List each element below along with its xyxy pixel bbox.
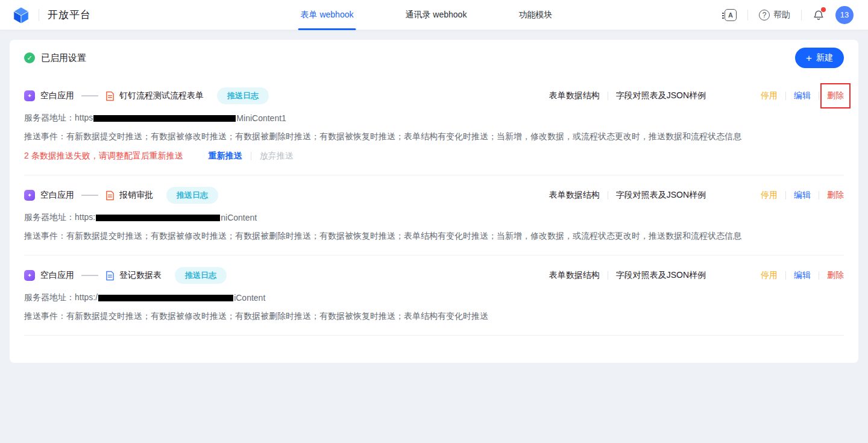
item-title-row: ✦ 空白应用 报销审批 推送日志 表单数据结构 字段对照表及JSON样例 停用 …	[24, 186, 844, 204]
app-name: 空白应用	[40, 90, 74, 101]
push-events-line: 推送事件：有新数据提交时推送；有数据被修改时推送；有数据被删除时推送；有数据被恢…	[24, 231, 844, 242]
push-log-badge[interactable]: 推送日志	[175, 267, 227, 284]
question-circle-icon: ?	[759, 10, 770, 20]
tab-form-webhook[interactable]: 表单 webhook	[301, 0, 354, 30]
field-mapping-link[interactable]: 字段对照表及JSON样例	[616, 190, 706, 201]
topbar-divider	[747, 10, 748, 20]
help-button[interactable]: ? 帮助	[759, 10, 790, 20]
form-structure-link[interactable]: 表单数据结构	[549, 90, 600, 101]
topbar-right-cluster: A ? 帮助 13	[725, 6, 854, 24]
form-structure-link[interactable]: 表单数据结构	[549, 190, 600, 201]
retry-push-link[interactable]: 重新推送	[209, 151, 242, 162]
topbar-divider	[801, 10, 802, 20]
app-name: 空白应用	[40, 190, 74, 201]
action-divider	[608, 92, 608, 100]
action-divider	[785, 271, 786, 280]
item-ops: 停用 编辑 删除	[761, 90, 844, 101]
create-new-label: 新建	[816, 52, 833, 63]
edit-link[interactable]: 编辑	[794, 270, 811, 281]
field-mapping-link[interactable]: 字段对照表及JSON样例	[616, 90, 706, 101]
form-doc-icon	[105, 190, 115, 201]
edit-link[interactable]: 编辑	[794, 90, 811, 101]
push-log-badge[interactable]: 推送日志	[217, 87, 269, 104]
form-structure-link[interactable]: 表单数据结构	[549, 270, 600, 281]
tab-function-modules[interactable]: 功能模块	[518, 0, 552, 30]
panel-title: 已启用设置	[41, 52, 86, 64]
translate-icon: A	[725, 9, 737, 21]
cube-logo-icon	[12, 6, 30, 24]
webhook-item: ✦ 空白应用 钉钉流程测试流程表单 推送日志 表单数据结构 字段对照表及JSON…	[24, 76, 844, 175]
server-address-prefix: 服务器地址：https:	[24, 212, 95, 223]
server-address-suffix: niContent	[221, 213, 257, 222]
item-actions: 表单数据结构 字段对照表及JSON样例 停用 编辑 删除	[549, 90, 844, 101]
server-address-line: 服务器地址：https:/iContent	[24, 292, 844, 303]
item-title-row: ✦ 空白应用 钉钉流程测试流程表单 推送日志 表单数据结构 字段对照表及JSON…	[24, 87, 844, 105]
avatar[interactable]: 13	[835, 6, 854, 24]
tab-contacts-webhook-label: 通讯录 webhook	[405, 10, 467, 20]
redaction-bar	[93, 115, 236, 122]
item-ops: 停用 编辑 删除	[761, 270, 844, 281]
app-name: 空白应用	[40, 270, 74, 281]
translate-button[interactable]: A	[725, 9, 737, 21]
push-error-line: 2 条数据推送失败，请调整配置后重新推送 重新推送 放弃推送	[24, 151, 844, 162]
delete-link[interactable]: 删除	[827, 190, 844, 201]
webhook-item: ✦ 空白应用 登记数据表 推送日志 表单数据结构 字段对照表及JSON样例 停用…	[24, 256, 844, 336]
notification-dot	[821, 7, 826, 12]
delete-link[interactable]: 删除	[827, 90, 844, 100]
brand-divider	[39, 9, 39, 21]
form-name: 登记数据表	[119, 270, 162, 281]
create-new-button[interactable]: + 新建	[795, 48, 844, 68]
enabled-settings-panel: ✓ 已启用设置 + 新建 ✦ 空白应用 钉钉流程测试流程表单 推送日志 表单数据…	[10, 40, 858, 363]
action-divider	[608, 191, 608, 200]
push-events-line: 推送事件：有新数据提交时推送；有数据被修改时推送；有数据被删除时推送；有数据被恢…	[24, 311, 844, 322]
action-divider	[251, 152, 251, 160]
help-label: 帮助	[773, 10, 790, 20]
dash-connector	[81, 195, 98, 196]
item-actions: 表单数据结构 字段对照表及JSON样例 停用 编辑 删除	[549, 270, 844, 281]
server-address-prefix: 服务器地址：https:/	[24, 292, 98, 303]
redaction-bar	[98, 295, 233, 301]
success-check-icon: ✓	[24, 52, 35, 63]
server-address-prefix: 服务器地址：https	[24, 113, 93, 124]
push-log-badge[interactable]: 推送日志	[166, 187, 218, 204]
push-events-line: 推送事件：有新数据提交时推送；有数据被修改时推送；有数据被删除时推送；有数据被恢…	[24, 131, 844, 142]
red-annotation-box: 删除	[820, 83, 851, 108]
server-address-suffix: MiniContent1	[236, 113, 286, 123]
action-divider	[785, 191, 786, 200]
dash-connector	[81, 275, 98, 276]
form-name: 钉钉流程测试流程表单	[119, 90, 204, 101]
action-divider	[819, 271, 819, 280]
disable-link[interactable]: 停用	[761, 190, 778, 201]
abandon-push-link[interactable]: 放弃推送	[260, 151, 294, 162]
webhook-item: ✦ 空白应用 报销审批 推送日志 表单数据结构 字段对照表及JSON样例 停用 …	[24, 175, 844, 256]
item-actions: 表单数据结构 字段对照表及JSON样例 停用 编辑 删除	[549, 190, 844, 201]
action-divider	[819, 92, 819, 100]
push-error-text: 2 条数据推送失败，请调整配置后重新推送	[24, 151, 183, 162]
tab-contacts-webhook[interactable]: 通讯录 webhook	[405, 0, 467, 30]
dash-connector	[81, 95, 98, 96]
tab-function-modules-label: 功能模块	[518, 10, 552, 20]
redaction-bar	[96, 215, 220, 221]
disable-link[interactable]: 停用	[761, 270, 778, 281]
brand-area: 开放平台	[12, 6, 91, 24]
form-name: 报销审批	[119, 190, 153, 201]
item-title-row: ✦ 空白应用 登记数据表 推送日志 表单数据结构 字段对照表及JSON样例 停用…	[24, 266, 844, 284]
form-doc-icon	[105, 91, 115, 101]
delete-link[interactable]: 删除	[827, 270, 844, 281]
blank-app-icon: ✦	[24, 90, 35, 101]
notifications-button[interactable]	[813, 9, 825, 21]
panel-header: ✓ 已启用设置 + 新建	[24, 40, 844, 76]
blank-app-icon: ✦	[24, 270, 35, 281]
field-mapping-link[interactable]: 字段对照表及JSON样例	[616, 270, 706, 281]
action-divider	[819, 191, 819, 200]
server-address-suffix: iContent	[234, 293, 265, 303]
edit-link[interactable]: 编辑	[794, 190, 811, 201]
server-address-line: 服务器地址：httpsMiniContent1	[24, 113, 844, 124]
page-title: 开放平台	[48, 8, 91, 22]
action-divider	[785, 92, 786, 100]
plus-icon: +	[806, 53, 812, 63]
disable-link[interactable]: 停用	[761, 90, 778, 101]
server-address-line: 服务器地址：https:niContent	[24, 212, 844, 223]
form-doc-icon	[105, 271, 115, 281]
tab-form-webhook-label: 表单 webhook	[301, 10, 354, 20]
